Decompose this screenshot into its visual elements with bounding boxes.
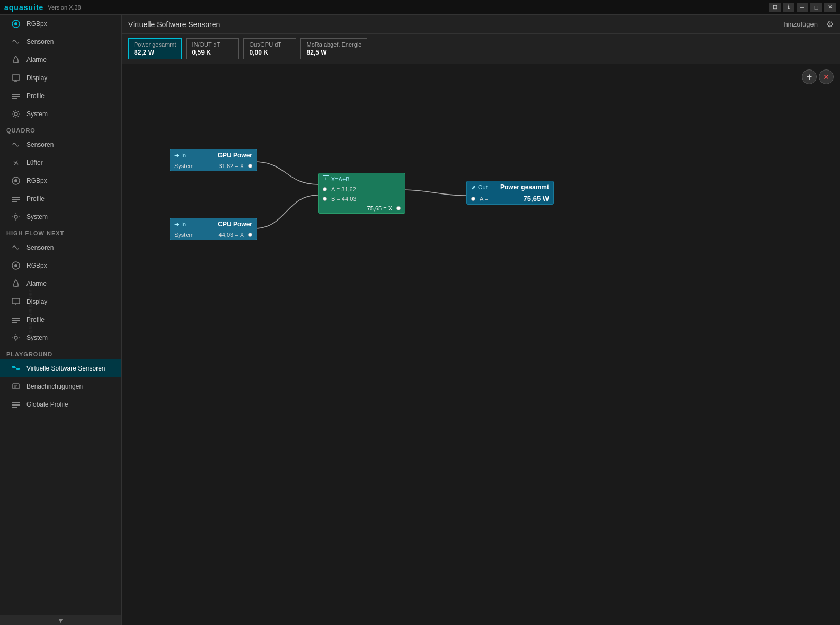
sensors-icon — [11, 37, 21, 47]
canvas-area[interactable]: + ✕ ➔ — [122, 64, 840, 625]
app-version: Version X.38 — [48, 4, 81, 11]
content-area: Virtuelle Software Sensoren hinzufügen ⚙… — [122, 15, 840, 625]
node-out-header: ⬈ Out Power gesammt — [467, 181, 553, 193]
sidebar-item-display[interactable]: Display — [0, 69, 121, 87]
hfn-sensors-icon — [11, 242, 21, 253]
node-in-arrow-icon: ➔ — [174, 152, 179, 159]
sidebar-item-playground-vss[interactable]: Virtuelle Software Sensoren — [0, 359, 121, 377]
sidebar-label-sensoren: Sensoren — [26, 38, 54, 46]
sidebar-item-quadro-lufeter[interactable]: Lüfter — [0, 154, 121, 172]
sidebar-item-playground-globale[interactable]: Globale Profile — [0, 395, 121, 413]
svg-rect-33 — [12, 404, 20, 406]
sensor-card-2[interactable]: Out/GPU dT 0,00 K — [243, 38, 296, 59]
node-calc-a-row: A = 31,62 — [319, 184, 405, 194]
system-icon — [11, 109, 21, 119]
sidebar-item-sensoren[interactable]: Sensoren — [0, 33, 121, 51]
sidebar-scroll[interactable]: RGBpx Sensoren Alarme Display — [0, 15, 121, 615]
sidebar-item-hfn-profile[interactable]: Profile — [0, 311, 121, 329]
sidebar-label-system: System — [26, 110, 48, 118]
node-cpu-row: System 44,03 = X — [170, 230, 257, 240]
section-label-quadro: QUADRO — [0, 123, 121, 136]
sidebar-item-hfn-rgbpx[interactable]: RGBpx — [0, 257, 121, 275]
sidebar: RGBpx Sensoren Alarme Display — [0, 15, 122, 625]
close-button[interactable]: ✕ — [824, 3, 836, 12]
fan-icon — [11, 157, 21, 168]
sidebar-label-rgbpx: RGBpx — [26, 20, 47, 28]
sidebar-item-hfn-alarme[interactable]: Alarme — [0, 275, 121, 293]
node-gpu-power[interactable]: ➔ In GPU Power System 31,62 = X — [170, 149, 257, 171]
sensor-card-0-label: Power gesammt — [134, 41, 176, 48]
svg-rect-27 — [16, 368, 20, 370]
main-layout: RGBpx Sensoren Alarme Display — [0, 15, 840, 625]
profile-icon — [11, 91, 21, 101]
sensor-card-3-value: 82,5 W — [306, 49, 361, 56]
node-cpu-out-port[interactable] — [248, 233, 252, 237]
node-calc-b-row: B = 44,03 — [319, 194, 405, 204]
hfn-display-icon — [11, 296, 21, 307]
sidebar-scroll-down-btn[interactable]: ▼ — [0, 615, 121, 625]
quadro-system-icon — [11, 212, 21, 222]
quadro-rgb-icon — [11, 175, 21, 186]
content-header: Virtuelle Software Sensoren hinzufügen ⚙ — [122, 15, 840, 34]
info-icon-btn[interactable]: ℹ — [783, 3, 794, 12]
sidebar-label-profile: Profile — [26, 92, 45, 100]
sidebar-label-hfn-display: Display — [26, 298, 47, 305]
sidebar-label-playground-vss: Virtuelle Software Sensoren — [26, 365, 105, 372]
app-title: aquasuite — [4, 3, 43, 12]
sidebar-item-system[interactable]: System — [0, 105, 121, 123]
sidebar-label-hfn-profile: Profile — [26, 316, 45, 323]
node-gpu-row: System 31,62 = X — [170, 161, 257, 171]
node-calc-b-port[interactable] — [323, 197, 327, 201]
node-output[interactable]: ⬈ Out Power gesammt A = 75,65 W — [466, 181, 554, 205]
node-calc-out-port[interactable] — [396, 206, 401, 210]
node-in-label: ➔ In — [174, 152, 186, 159]
node-gpu-out-port[interactable] — [248, 164, 252, 168]
add-button[interactable]: hinzufügen — [780, 19, 822, 29]
sidebar-item-quadro-sensoren[interactable]: Sensoren — [0, 136, 121, 154]
node-cpu-subtitle: System — [174, 232, 194, 238]
sensor-card-3[interactable]: MoRa abgef. Energie 82,5 W — [300, 38, 367, 59]
sidebar-item-hfn-sensoren[interactable]: Sensoren — [0, 239, 121, 257]
svg-rect-20 — [12, 298, 20, 304]
svg-point-10 — [15, 162, 17, 164]
sidebar-label-alarme: Alarme — [26, 56, 47, 64]
node-cpu-power[interactable]: ➔ In CPU Power System 44,03 = X — [170, 218, 257, 240]
node-calc-a-value: A = 31,62 — [331, 186, 356, 192]
sidebar-label-hfn-sensoren: Sensoren — [26, 244, 54, 251]
sensor-card-0[interactable]: Power gesammt 82,2 W — [128, 38, 182, 59]
sensor-card-1[interactable]: IN/OUT dT 0,59 K — [186, 38, 239, 59]
quadro-profile-icon — [11, 193, 21, 204]
settings-gear-icon[interactable]: ⚙ — [826, 19, 834, 29]
svg-rect-22 — [12, 318, 20, 319]
sidebar-label-quadro-lufeter: Lüfter — [26, 159, 43, 166]
svg-point-16 — [14, 215, 17, 218]
minimize-button[interactable]: ─ — [797, 3, 808, 12]
sidebar-item-hfn-display[interactable]: Display — [0, 293, 121, 311]
node-calc[interactable]: + X=A+B A = 31,62 B = 44,03 — [318, 173, 405, 214]
node-in-arrow-icon-cpu: ➔ — [174, 221, 179, 228]
sidebar-item-quadro-system[interactable]: System — [0, 208, 121, 226]
display-icon — [11, 73, 21, 83]
sidebar-item-alarme[interactable]: Alarme — [0, 51, 121, 69]
node-calc-result: 75,65 = X — [367, 205, 392, 212]
section-label-playground: Playground — [0, 347, 121, 359]
node-out-in-port[interactable] — [471, 197, 475, 201]
sidebar-item-hfn-system[interactable]: System — [0, 329, 121, 347]
sidebar-item-playground-benach[interactable]: Benachrichtigungen — [0, 377, 121, 395]
svg-point-1 — [14, 22, 17, 25]
svg-rect-3 — [12, 75, 20, 80]
node-calc-a-port[interactable] — [323, 187, 327, 191]
titlebar-left: aquasuite Version X.38 — [4, 3, 81, 12]
rgb-icon — [11, 19, 21, 29]
content-title: Virtuelle Software Sensoren — [128, 20, 220, 29]
node-calc-plus-icon: + — [323, 175, 329, 182]
sensor-card-1-value: 0,59 K — [192, 49, 233, 56]
sidebar-item-quadro-rgbpx[interactable]: RGBpx — [0, 172, 121, 190]
node-out-label: ⬈ Out — [471, 184, 488, 191]
sidebar-item-quadro-profile[interactable]: Profile — [0, 190, 121, 208]
sidebar-item-rgbpx[interactable]: RGBpx — [0, 15, 121, 33]
layers-icon-btn[interactable]: ⊞ — [769, 3, 781, 12]
sidebar-label-hfn-rgbpx: RGBpx — [26, 262, 47, 269]
maximize-button[interactable]: □ — [810, 3, 822, 12]
sidebar-item-profile[interactable]: Profile — [0, 87, 121, 105]
